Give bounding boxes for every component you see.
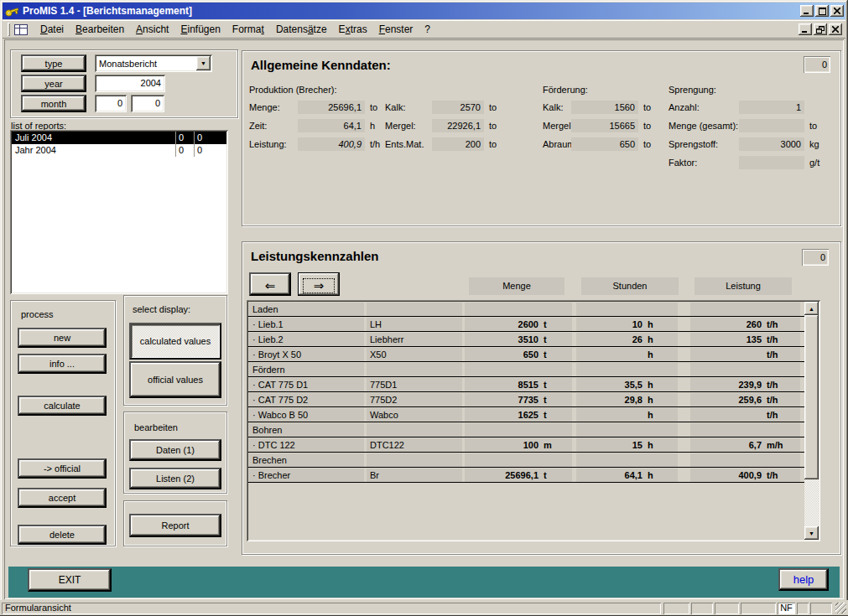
table-cell — [465, 363, 572, 376]
table-row[interactable]: · Lieb.1LH2600t10h260t/h — [248, 317, 804, 332]
exit-button[interactable]: EXIT — [28, 568, 112, 592]
window-title: ProMIS 1.4 - [Berichtsmanagement] — [23, 5, 799, 17]
child-restore-button[interactable] — [814, 23, 827, 35]
next-arrow-button[interactable]: ⇒ — [298, 272, 340, 296]
table-scrollbar[interactable]: ▲ ▼ — [804, 302, 819, 540]
table-cell-menge: 1625t — [465, 408, 572, 422]
kenndaten-unit: g/t — [809, 158, 819, 168]
display-label: select display: — [133, 304, 190, 314]
child-minimize-button[interactable] — [799, 23, 812, 35]
toolbar-grip[interactable] — [8, 23, 10, 36]
kenndaten-label: Menge: — [249, 102, 280, 112]
table-cell — [576, 423, 678, 437]
calculated-values-button[interactable]: calculated values — [129, 323, 221, 360]
table-cell — [690, 453, 800, 467]
column-header-stunden: Stunden — [581, 277, 679, 295]
stunden-unit: h — [648, 408, 653, 422]
kenndaten-row: Menge:25696,1to — [249, 100, 387, 118]
table-row[interactable]: · CAT 775 D2775D27735t29,8h259,6t/h — [248, 392, 804, 407]
table-row[interactable]: · Wabco B 50Wabco1625tht/h — [248, 407, 804, 422]
info-button[interactable]: info ... — [18, 354, 107, 374]
table-cell-stunden: 15h — [576, 438, 678, 452]
table-cell — [465, 423, 572, 437]
bearbeiten-groupbox: bearbeiten Daten (1) Listen (2) — [123, 412, 227, 494]
menu-item-?[interactable]: ? — [419, 22, 436, 37]
column-divider — [194, 144, 195, 157]
report-list: Juli 200400Jahr 200400 — [10, 130, 228, 294]
menu-item-format[interactable]: Format — [226, 22, 270, 37]
calculate-button[interactable]: calculate — [18, 396, 107, 416]
report-list-item[interactable]: Juli 200400 — [12, 132, 226, 144]
table-cell-menge: 3510t — [465, 333, 572, 346]
status-panel-4 — [741, 603, 776, 614]
menu-item-einfgen[interactable]: Einfügen — [174, 22, 226, 37]
chevron-down-icon[interactable]: ▼ — [196, 56, 211, 70]
menge-value: 7735 — [465, 393, 538, 406]
maximize-button[interactable] — [815, 5, 829, 17]
scroll-down-icon[interactable]: ▼ — [804, 526, 819, 540]
new-button[interactable]: new — [18, 328, 107, 348]
arrow-left-icon: ⇐ — [254, 278, 286, 293]
kenndaten-record-counter: 0 — [804, 56, 830, 73]
accept-button[interactable]: accept — [18, 488, 107, 508]
table-cell-leistung: 239,9t/h — [690, 378, 800, 391]
menu-item-bearbeiten[interactable]: Bearbeiten — [70, 22, 130, 37]
minimize-button[interactable] — [800, 5, 814, 17]
resize-grip[interactable] — [835, 603, 846, 613]
table-row[interactable]: · Broyt X 50X50650tht/h — [248, 347, 804, 362]
menu-item-ansicht[interactable]: Ansicht — [130, 22, 174, 37]
table-row[interactable]: · BrecherBr25696,1t64,1h400,9t/h — [248, 468, 804, 483]
official-button[interactable]: -> official — [18, 458, 107, 479]
menu-item-fenster[interactable]: Fenster — [373, 22, 419, 37]
listen-button[interactable]: Listen (2) — [129, 468, 221, 489]
kenndaten-value — [739, 119, 804, 132]
column-divider — [175, 132, 176, 144]
menu-item-extras[interactable]: Extras — [333, 22, 373, 37]
stunden-value: 10 — [576, 318, 643, 331]
table-cell-stunden: 10h — [576, 318, 678, 331]
report-groupbox: Report — [123, 500, 227, 546]
form-icon[interactable] — [14, 24, 28, 35]
month-input-1[interactable]: 0 — [95, 95, 127, 112]
table-cell-leistung: 400,9t/h — [690, 468, 800, 482]
column-divider — [175, 144, 176, 157]
kenndaten-unit: to — [370, 102, 377, 112]
year-button[interactable]: year — [21, 75, 86, 92]
table-row[interactable]: · DTC 122DTC122100m15h6,7m/h — [248, 437, 804, 453]
kenndaten-value: 2570 — [432, 101, 484, 114]
official-values-button[interactable]: official values — [129, 361, 221, 398]
kenndaten-row: Abraum:650to — [543, 137, 663, 155]
month-button[interactable]: month — [21, 95, 86, 112]
report-type-select[interactable]: Monatsbericht ▼ — [95, 54, 212, 72]
type-button[interactable]: type — [21, 54, 86, 72]
leistung-value: 259,6 — [690, 393, 762, 406]
menu-item-datenstze[interactable]: Datensätze — [270, 22, 333, 37]
month-input-2[interactable]: 0 — [131, 95, 164, 112]
year-input[interactable]: 2004 — [95, 75, 165, 92]
table-cell-leistung: t/h — [690, 348, 800, 361]
scrollbar-thumb[interactable] — [804, 315, 819, 479]
title-bar: ProMIS 1.4 - [Berichtsmanagement] — [3, 3, 845, 19]
help-button[interactable]: help — [778, 568, 829, 591]
menu-item-datei[interactable]: Datei — [34, 22, 70, 37]
menu-bar: DateiBearbeitenAnsichtEinfügenFormatDate… — [3, 20, 845, 39]
leistung-unit: m/h — [767, 438, 783, 452]
stunden-unit: h — [648, 438, 653, 452]
status-nf-indicator: NF — [778, 603, 795, 614]
table-row[interactable]: · Lieb.2Liebherr3510t26h135t/h — [248, 332, 804, 347]
delete-button[interactable]: delete — [18, 525, 107, 545]
report-list-item[interactable]: Jahr 200400 — [12, 144, 226, 157]
close-button[interactable] — [830, 5, 844, 17]
column-header-leistung: Leistung — [695, 277, 792, 295]
table-cell-menge: 2600t — [465, 318, 572, 331]
kenndaten-group-title: Sprengung: — [669, 85, 836, 100]
daten-button[interactable]: Daten (1) — [129, 439, 221, 461]
previous-arrow-button[interactable]: ⇐ — [249, 272, 291, 296]
stunden-value: 35,5 — [576, 378, 643, 391]
report-button[interactable]: Report — [129, 514, 221, 537]
scroll-up-icon[interactable]: ▲ — [804, 302, 819, 315]
leistung-unit: t/h — [767, 408, 778, 422]
child-close-button[interactable] — [829, 23, 842, 35]
table-row[interactable]: · CAT 775 D1775D18515t35,5h239,9t/h — [248, 377, 804, 392]
kenndaten-value: 1560 — [571, 101, 638, 114]
